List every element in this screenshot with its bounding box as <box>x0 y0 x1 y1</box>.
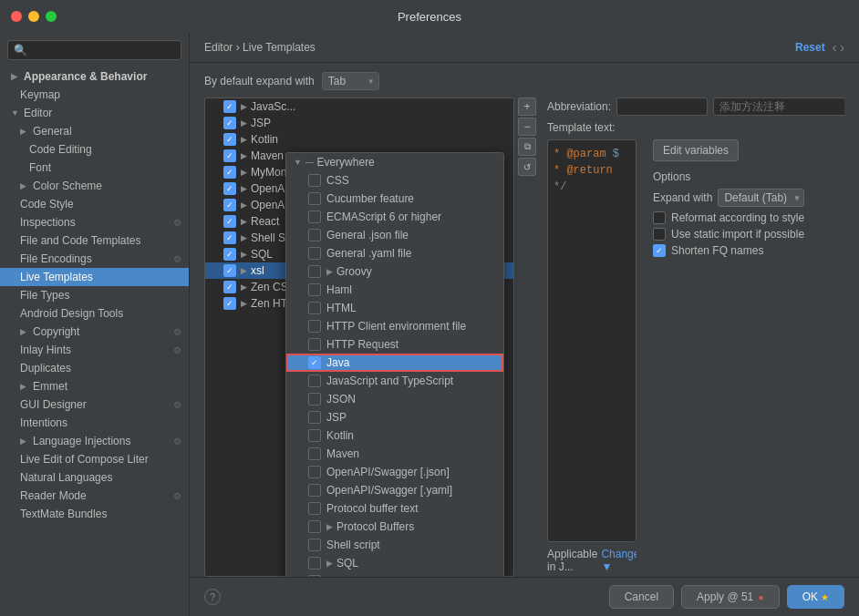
sidebar-item-font[interactable]: Font <box>0 159 189 177</box>
dropdown-item-sql[interactable]: ▶ SQL <box>286 554 503 572</box>
checkbox-zenhtml[interactable]: ✓ <box>223 297 236 310</box>
dropdown-item-js-ts[interactable]: JavaScript and TypeScript <box>286 372 503 390</box>
dropdown-item-shell[interactable]: Shell script <box>286 536 503 554</box>
sidebar-item-file-code-templates[interactable]: File and Code Templates <box>0 231 189 250</box>
sidebar-item-textmate[interactable]: TextMate Bundles <box>0 505 189 523</box>
checkbox-cucumber[interactable] <box>308 192 321 205</box>
description-input[interactable] <box>713 98 844 116</box>
checkbox-typescript[interactable] <box>308 575 321 577</box>
checkbox-sql[interactable] <box>308 557 321 570</box>
checkbox-kotlin[interactable]: ✓ <box>223 133 236 146</box>
checkbox-maven[interactable] <box>308 447 321 460</box>
back-arrow[interactable]: ‹ <box>833 40 837 55</box>
sidebar-item-inspections[interactable]: Inspections ⚙ <box>0 213 189 231</box>
dropdown-item-json-file[interactable]: General .json file <box>286 226 503 244</box>
checkbox-css[interactable] <box>308 174 321 187</box>
checkbox-yaml-file[interactable] <box>308 247 321 260</box>
dropdown-item-kotlin[interactable]: Kotlin <box>286 426 503 445</box>
checkbox-shell[interactable]: ✓ <box>223 231 236 244</box>
sidebar-item-keymap[interactable]: Keymap <box>0 86 189 104</box>
checkbox-jsp[interactable] <box>308 411 321 424</box>
apply-button[interactable]: Apply @ 51 ● <box>681 585 780 609</box>
checkbox-jsp[interactable]: ✓ <box>223 117 236 129</box>
checkbox-openapi2[interactable]: ✓ <box>223 199 236 211</box>
checkbox-kotlin[interactable] <box>308 429 321 442</box>
dropdown-item-cucumber[interactable]: Cucumber feature <box>286 190 503 208</box>
dropdown-item-maven[interactable]: Maven <box>286 445 503 463</box>
restore-button[interactable]: ↺ <box>518 158 536 176</box>
checkbox-openapi-yaml[interactable] <box>308 484 321 497</box>
checkbox-groovy[interactable] <box>308 265 321 278</box>
checkbox-js-ts[interactable] <box>308 375 321 387</box>
checkbox-json-file[interactable] <box>308 229 321 241</box>
checkbox-mymon[interactable]: ✓ <box>223 166 236 179</box>
sidebar-item-copyright[interactable]: ▶ Copyright ⚙ <box>0 323 189 341</box>
dropdown-item-http-request[interactable]: HTTP Request <box>286 335 503 354</box>
checkbox-sql[interactable]: ✓ <box>223 248 236 261</box>
template-group-jsp[interactable]: ✓ ▶ JSP <box>205 115 513 131</box>
search-input[interactable] <box>7 40 181 60</box>
checkbox-http-request[interactable] <box>308 338 321 351</box>
dropdown-item-yaml-file[interactable]: General .yaml file <box>286 244 503 262</box>
dropdown-item-java[interactable]: ✓ Java <box>286 354 503 372</box>
sidebar-item-natural-languages[interactable]: Natural Languages <box>0 468 189 487</box>
checkbox-react[interactable]: ✓ <box>223 215 236 228</box>
maximize-button[interactable] <box>46 11 57 22</box>
checkbox-haml[interactable] <box>308 283 321 296</box>
checkbox-xsl[interactable]: ✓ <box>223 264 236 277</box>
dropdown-item-json[interactable]: JSON <box>286 390 503 408</box>
add-button[interactable]: + <box>518 98 536 116</box>
dropdown-item-proto-text[interactable]: Protocol buffer text <box>286 499 503 518</box>
sidebar-item-editor[interactable]: ▼ Editor <box>0 104 189 122</box>
sidebar-item-general[interactable]: ▶ General <box>0 122 189 140</box>
reformat-checkbox[interactable] <box>653 211 666 224</box>
sidebar-item-live-templates[interactable]: Live Templates <box>0 268 189 286</box>
sidebar-item-code-style[interactable]: Code Style <box>0 195 189 213</box>
template-group-kotlin[interactable]: ✓ ▶ Kotlin <box>205 131 513 148</box>
remove-button[interactable]: − <box>518 118 536 136</box>
checkbox-proto-text[interactable] <box>308 502 321 515</box>
checkbox-ecmascript[interactable] <box>308 210 321 223</box>
dropdown-item-haml[interactable]: Haml <box>286 281 503 299</box>
checkbox-json[interactable] <box>308 393 321 406</box>
expand-select[interactable]: Tab Enter Space <box>322 72 379 90</box>
dropdown-item-proto-buffers[interactable]: ▶ Protocol Buffers <box>286 518 503 536</box>
sidebar-item-appearance[interactable]: ▶ Appearance & Behavior <box>0 67 189 86</box>
edit-variables-button[interactable]: Edit variables <box>653 139 739 161</box>
dropdown-item-ecmascript[interactable]: ECMAScript 6 or higher <box>286 208 503 226</box>
checkbox-shell[interactable] <box>308 539 321 551</box>
checkbox-java[interactable]: ✓ <box>308 356 321 369</box>
checkbox-html[interactable] <box>308 302 321 314</box>
forward-arrow[interactable]: › <box>840 40 844 55</box>
sidebar-item-file-encodings[interactable]: File Encodings ⚙ <box>0 250 189 268</box>
help-button[interactable]: ? <box>204 589 221 605</box>
sidebar-item-gui-designer[interactable]: GUI Designer ⚙ <box>0 395 189 414</box>
dropdown-item-typescript[interactable]: TypeScript <box>286 572 503 577</box>
template-group-javascript[interactable]: ✓ ▶ JavaSc... <box>205 98 513 115</box>
sidebar-item-duplicates[interactable]: Duplicates <box>0 359 189 377</box>
static-import-checkbox[interactable] <box>653 228 666 241</box>
checkbox-maven[interactable]: ✓ <box>223 149 236 162</box>
dropdown-item-openapi-yaml[interactable]: OpenAPI/Swagger [.yaml] <box>286 481 503 499</box>
dropdown-item-groovy[interactable]: ▶ Groovy <box>286 262 503 281</box>
ok-button[interactable]: OK ★ <box>787 585 844 609</box>
copy-button[interactable]: ⧉ <box>518 138 536 156</box>
sidebar-item-file-types[interactable]: File Types <box>0 286 189 304</box>
minimize-button[interactable] <box>28 11 39 22</box>
change-link[interactable]: Change ▼ <box>601 548 636 573</box>
sidebar-item-intentions[interactable]: Intentions <box>0 414 189 432</box>
checkbox-javascript[interactable]: ✓ <box>223 100 236 113</box>
sidebar-item-lang-injections[interactable]: ▶ Language Injections ⚙ <box>0 432 189 450</box>
sidebar-item-live-edit-compose[interactable]: Live Edit of Compose Liter <box>0 450 189 468</box>
dropdown-item-html[interactable]: HTML <box>286 299 503 317</box>
sidebar-item-code-editing[interactable]: Code Editing <box>0 140 189 159</box>
dropdown-section-everywhere[interactable]: ▼ ─ Everywhere <box>286 153 503 171</box>
checkbox-zencss[interactable]: ✓ <box>223 281 236 293</box>
abbreviation-input[interactable] <box>616 98 708 116</box>
sidebar-item-android-design[interactable]: Android Design Tools <box>0 304 189 323</box>
reset-button[interactable]: Reset <box>795 41 825 54</box>
dropdown-item-http-env[interactable]: HTTP Client environment file <box>286 317 503 335</box>
shorten-fq-checkbox[interactable]: ✓ <box>653 244 666 257</box>
checkbox-http-env[interactable] <box>308 320 321 333</box>
close-button[interactable] <box>11 11 22 22</box>
